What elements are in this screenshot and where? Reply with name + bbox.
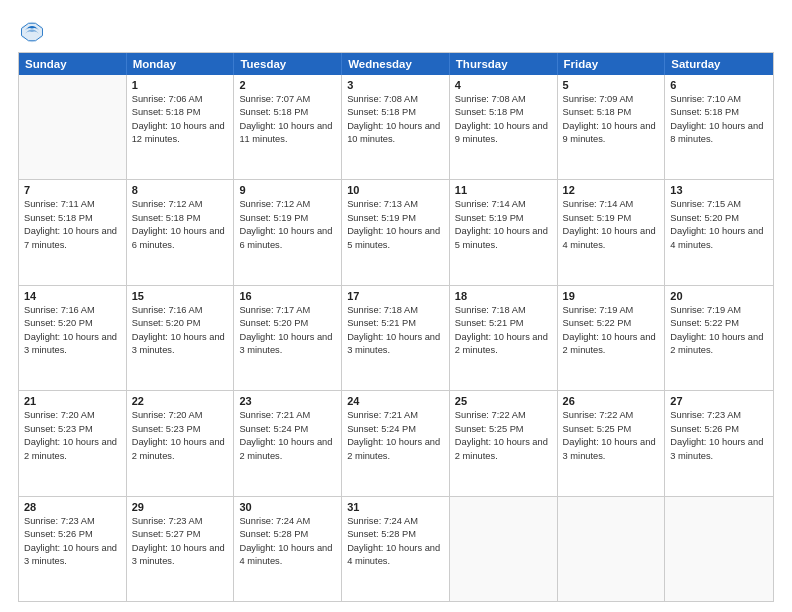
header-day-saturday: Saturday bbox=[665, 53, 773, 75]
day-cell-23: 23Sunrise: 7:21 AMSunset: 5:24 PMDayligh… bbox=[234, 391, 342, 495]
day-cell-15: 15Sunrise: 7:16 AMSunset: 5:20 PMDayligh… bbox=[127, 286, 235, 390]
cell-info-line: Sunset: 5:21 PM bbox=[347, 317, 444, 330]
cell-info-line: Sunrise: 7:10 AM bbox=[670, 93, 768, 106]
cell-info-line: Daylight: 10 hours and 3 minutes. bbox=[24, 542, 121, 569]
logo-icon bbox=[18, 18, 46, 46]
cell-info-line: Daylight: 10 hours and 2 minutes. bbox=[347, 436, 444, 463]
calendar-body: 1Sunrise: 7:06 AMSunset: 5:18 PMDaylight… bbox=[19, 75, 773, 601]
cell-info-line: Daylight: 10 hours and 4 minutes. bbox=[239, 542, 336, 569]
week-row-4: 28Sunrise: 7:23 AMSunset: 5:26 PMDayligh… bbox=[19, 496, 773, 601]
cell-info-line: Sunrise: 7:23 AM bbox=[670, 409, 768, 422]
cell-info-line: Daylight: 10 hours and 3 minutes. bbox=[347, 331, 444, 358]
day-number: 15 bbox=[132, 290, 229, 302]
day-number: 19 bbox=[563, 290, 660, 302]
cell-info-line: Sunset: 5:18 PM bbox=[24, 212, 121, 225]
cell-info-line: Daylight: 10 hours and 9 minutes. bbox=[455, 120, 552, 147]
cell-info-line: Sunrise: 7:23 AM bbox=[24, 515, 121, 528]
cell-info-line: Sunrise: 7:14 AM bbox=[455, 198, 552, 211]
day-number: 5 bbox=[563, 79, 660, 91]
cell-info-line: Daylight: 10 hours and 6 minutes. bbox=[132, 225, 229, 252]
cell-info-line: Sunset: 5:24 PM bbox=[239, 423, 336, 436]
cell-info-line: Sunset: 5:25 PM bbox=[563, 423, 660, 436]
header-day-thursday: Thursday bbox=[450, 53, 558, 75]
day-cell-19: 19Sunrise: 7:19 AMSunset: 5:22 PMDayligh… bbox=[558, 286, 666, 390]
day-number: 18 bbox=[455, 290, 552, 302]
cell-info-line: Sunset: 5:26 PM bbox=[24, 528, 121, 541]
cell-info-line: Daylight: 10 hours and 2 minutes. bbox=[24, 436, 121, 463]
cell-info-line: Sunrise: 7:18 AM bbox=[455, 304, 552, 317]
cell-info-line: Sunset: 5:27 PM bbox=[132, 528, 229, 541]
cell-info-line: Sunrise: 7:08 AM bbox=[455, 93, 552, 106]
cell-info-line: Sunrise: 7:13 AM bbox=[347, 198, 444, 211]
week-row-1: 7Sunrise: 7:11 AMSunset: 5:18 PMDaylight… bbox=[19, 179, 773, 284]
cell-info-line: Daylight: 10 hours and 3 minutes. bbox=[132, 331, 229, 358]
day-cell-4: 4Sunrise: 7:08 AMSunset: 5:18 PMDaylight… bbox=[450, 75, 558, 179]
cell-info-line: Daylight: 10 hours and 2 minutes. bbox=[455, 436, 552, 463]
cell-info-line: Sunrise: 7:19 AM bbox=[670, 304, 768, 317]
header-day-monday: Monday bbox=[127, 53, 235, 75]
day-number: 7 bbox=[24, 184, 121, 196]
day-cell-30: 30Sunrise: 7:24 AMSunset: 5:28 PMDayligh… bbox=[234, 497, 342, 601]
cell-info-line: Sunset: 5:26 PM bbox=[670, 423, 768, 436]
week-row-0: 1Sunrise: 7:06 AMSunset: 5:18 PMDaylight… bbox=[19, 75, 773, 179]
cell-info-line: Sunrise: 7:08 AM bbox=[347, 93, 444, 106]
cell-info-line: Sunrise: 7:09 AM bbox=[563, 93, 660, 106]
cell-info-line: Sunrise: 7:12 AM bbox=[239, 198, 336, 211]
day-number: 24 bbox=[347, 395, 444, 407]
calendar-header: SundayMondayTuesdayWednesdayThursdayFrid… bbox=[19, 53, 773, 75]
day-cell-5: 5Sunrise: 7:09 AMSunset: 5:18 PMDaylight… bbox=[558, 75, 666, 179]
cell-info-line: Sunrise: 7:19 AM bbox=[563, 304, 660, 317]
day-number: 20 bbox=[670, 290, 768, 302]
day-cell-21: 21Sunrise: 7:20 AMSunset: 5:23 PMDayligh… bbox=[19, 391, 127, 495]
cell-info-line: Sunset: 5:18 PM bbox=[347, 106, 444, 119]
cell-info-line: Sunrise: 7:21 AM bbox=[347, 409, 444, 422]
cell-info-line: Daylight: 10 hours and 3 minutes. bbox=[563, 436, 660, 463]
cell-info-line: Daylight: 10 hours and 2 minutes. bbox=[239, 436, 336, 463]
cell-info-line: Sunset: 5:21 PM bbox=[455, 317, 552, 330]
cell-info-line: Sunset: 5:18 PM bbox=[132, 212, 229, 225]
week-row-2: 14Sunrise: 7:16 AMSunset: 5:20 PMDayligh… bbox=[19, 285, 773, 390]
cell-info-line: Daylight: 10 hours and 11 minutes. bbox=[239, 120, 336, 147]
cell-info-line: Sunrise: 7:22 AM bbox=[563, 409, 660, 422]
cell-info-line: Sunset: 5:22 PM bbox=[563, 317, 660, 330]
cell-info-line: Sunset: 5:20 PM bbox=[132, 317, 229, 330]
day-number: 11 bbox=[455, 184, 552, 196]
header-day-sunday: Sunday bbox=[19, 53, 127, 75]
day-number: 28 bbox=[24, 501, 121, 513]
header-day-friday: Friday bbox=[558, 53, 666, 75]
cell-info-line: Sunset: 5:19 PM bbox=[347, 212, 444, 225]
day-number: 2 bbox=[239, 79, 336, 91]
day-number: 1 bbox=[132, 79, 229, 91]
cell-info-line: Sunset: 5:24 PM bbox=[347, 423, 444, 436]
cell-info-line: Daylight: 10 hours and 2 minutes. bbox=[670, 331, 768, 358]
header-day-tuesday: Tuesday bbox=[234, 53, 342, 75]
day-number: 13 bbox=[670, 184, 768, 196]
day-number: 12 bbox=[563, 184, 660, 196]
cell-info-line: Sunrise: 7:20 AM bbox=[24, 409, 121, 422]
day-cell-14: 14Sunrise: 7:16 AMSunset: 5:20 PMDayligh… bbox=[19, 286, 127, 390]
cell-info-line: Daylight: 10 hours and 10 minutes. bbox=[347, 120, 444, 147]
cell-info-line: Sunset: 5:20 PM bbox=[670, 212, 768, 225]
cell-info-line: Sunset: 5:28 PM bbox=[347, 528, 444, 541]
day-number: 30 bbox=[239, 501, 336, 513]
cell-info-line: Sunset: 5:25 PM bbox=[455, 423, 552, 436]
day-number: 17 bbox=[347, 290, 444, 302]
day-number: 9 bbox=[239, 184, 336, 196]
empty-cell bbox=[19, 75, 127, 179]
cell-info-line: Daylight: 10 hours and 8 minutes. bbox=[670, 120, 768, 147]
cell-info-line: Sunrise: 7:20 AM bbox=[132, 409, 229, 422]
day-cell-17: 17Sunrise: 7:18 AMSunset: 5:21 PMDayligh… bbox=[342, 286, 450, 390]
cell-info-line: Sunrise: 7:22 AM bbox=[455, 409, 552, 422]
cell-info-line: Sunrise: 7:24 AM bbox=[239, 515, 336, 528]
day-cell-8: 8Sunrise: 7:12 AMSunset: 5:18 PMDaylight… bbox=[127, 180, 235, 284]
day-cell-26: 26Sunrise: 7:22 AMSunset: 5:25 PMDayligh… bbox=[558, 391, 666, 495]
day-cell-7: 7Sunrise: 7:11 AMSunset: 5:18 PMDaylight… bbox=[19, 180, 127, 284]
cell-info-line: Daylight: 10 hours and 3 minutes. bbox=[132, 542, 229, 569]
cell-info-line: Sunset: 5:18 PM bbox=[455, 106, 552, 119]
cell-info-line: Daylight: 10 hours and 5 minutes. bbox=[347, 225, 444, 252]
day-number: 23 bbox=[239, 395, 336, 407]
cell-info-line: Sunset: 5:19 PM bbox=[239, 212, 336, 225]
cell-info-line: Daylight: 10 hours and 3 minutes. bbox=[24, 331, 121, 358]
cell-info-line: Daylight: 10 hours and 3 minutes. bbox=[670, 436, 768, 463]
day-number: 8 bbox=[132, 184, 229, 196]
